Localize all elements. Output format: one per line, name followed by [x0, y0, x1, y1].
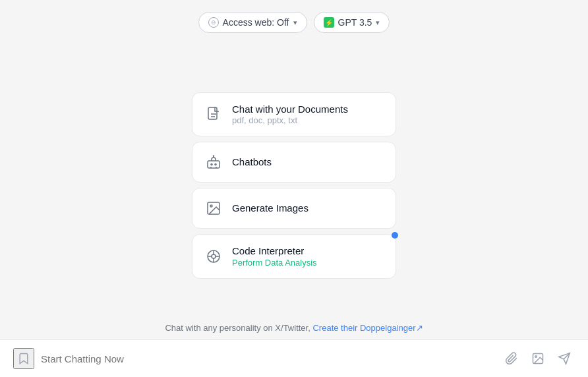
chatbots-card-text: Chatbots — [232, 156, 272, 167]
robot-icon — [204, 153, 223, 171]
gpt-chevron-icon: ▾ — [376, 18, 380, 27]
chatbots-card[interactable]: Chatbots — [192, 142, 396, 183]
lightning-icon: ⚡ — [324, 17, 334, 28]
svg-point-7 — [214, 156, 214, 156]
promo-link[interactable]: Create their Doppelgainger↗ — [312, 323, 423, 333]
chat-input-bar — [0, 339, 588, 377]
image-icon — [204, 199, 223, 218]
bookmark-button[interactable] — [13, 348, 34, 369]
svg-rect-0 — [208, 107, 217, 119]
web-access-label: Access web: Off — [223, 17, 289, 28]
documents-card[interactable]: Chat with your Documents pdf, doc, pptx,… — [192, 92, 396, 136]
code-card-text: Code Interpreter Perform Data Analysis — [232, 245, 317, 268]
blue-dot-indicator — [392, 232, 398, 239]
web-access-button[interactable]: ⊖ Access web: Off ▾ — [198, 12, 307, 33]
documents-card-text: Chat with your Documents pdf, doc, pptx,… — [232, 103, 348, 125]
chatbots-title: Chatbots — [232, 156, 272, 167]
promo-text-container: Chat with any personality on X/Twitter, … — [165, 323, 423, 333]
svg-point-11 — [210, 205, 212, 207]
web-icon: ⊖ — [208, 17, 219, 28]
documents-subtitle: pdf, doc, pptx, txt — [232, 115, 348, 125]
image-upload-button[interactable] — [527, 348, 548, 369]
gpt-label: GPT 3.5 — [338, 17, 372, 28]
web-chevron-icon: ▾ — [293, 18, 297, 27]
images-title: Generate Images — [232, 202, 309, 214]
promo-static-text: Chat with any personality on X/Twitter, — [165, 323, 310, 333]
code-card[interactable]: Code Interpreter Perform Data Analysis — [192, 234, 396, 279]
cards-container: Chat with your Documents pdf, doc, pptx,… — [192, 92, 396, 279]
gpt-button[interactable]: ⚡ GPT 3.5 ▾ — [314, 12, 390, 33]
svg-point-4 — [211, 163, 212, 165]
code-title: Code Interpreter — [232, 245, 317, 256]
images-card-text: Generate Images — [232, 202, 309, 214]
code-icon — [204, 247, 223, 266]
document-icon — [204, 105, 223, 123]
svg-point-5 — [215, 163, 216, 165]
attachment-button[interactable] — [501, 348, 522, 369]
input-actions — [501, 348, 575, 369]
send-button[interactable] — [554, 348, 575, 369]
svg-point-19 — [535, 356, 537, 358]
svg-rect-3 — [208, 161, 220, 168]
bottom-area: Chat with any personality on X/Twitter, … — [0, 323, 588, 377]
svg-point-13 — [212, 254, 216, 258]
images-card[interactable]: Generate Images — [192, 188, 396, 229]
chat-input[interactable] — [41, 353, 494, 364]
code-subtitle: Perform Data Analysis — [232, 258, 317, 268]
documents-title: Chat with your Documents — [232, 103, 348, 115]
toolbar: ⊖ Access web: Off ▾ ⚡ GPT 3.5 ▾ — [0, 0, 588, 33]
